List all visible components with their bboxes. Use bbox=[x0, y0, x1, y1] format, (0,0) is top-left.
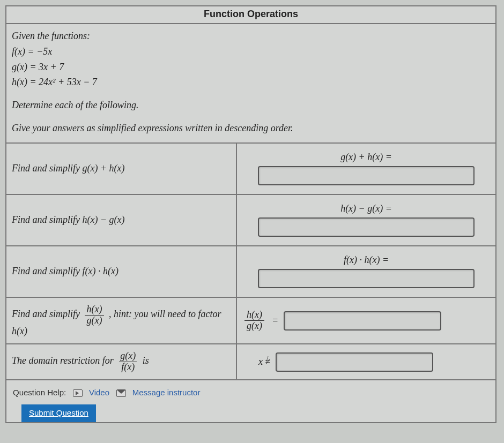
fraction-numerator: h(x) bbox=[244, 310, 264, 320]
prompt-text: Find and simplify bbox=[12, 309, 83, 319]
prompt-expr: f(x) · h(x) bbox=[83, 266, 118, 276]
answer-row-3: f(x) · h(x) = bbox=[237, 246, 495, 298]
prompt-expr: g(x) + h(x) bbox=[83, 163, 125, 174]
fraction-denominator: g(x) bbox=[85, 315, 105, 326]
answer-input-3[interactable] bbox=[258, 269, 475, 288]
answer-grid: Find and simplify g(x) + h(x) g(x) + h(x… bbox=[6, 144, 495, 380]
prompt-row-2: Find and simplify h(x) − g(x) bbox=[6, 195, 237, 246]
answer-input-1[interactable] bbox=[258, 166, 475, 185]
fraction-denominator: f(x) bbox=[119, 362, 137, 373]
answer-input-2[interactable] bbox=[258, 217, 475, 237]
fraction-numerator: h(x) bbox=[85, 304, 105, 315]
prompt-text: Find and simplify bbox=[12, 163, 83, 174]
answer-row-1: g(x) + h(x) = bbox=[237, 144, 495, 195]
instruction-1: Determine each of the following. bbox=[12, 97, 490, 113]
answer-prefix: x ≠ bbox=[258, 356, 270, 367]
prompt-row-5: The domain restriction for g(x) f(x) is bbox=[6, 344, 237, 380]
answer-label-1: g(x) + h(x) = bbox=[340, 152, 392, 163]
answer-row-5: x ≠ bbox=[237, 344, 495, 380]
prompt-row-3: Find and simplify f(x) · h(x) bbox=[6, 246, 237, 298]
fraction-numerator: g(x) bbox=[118, 351, 138, 362]
function-f: f(x) = −5x bbox=[12, 44, 490, 59]
instruction-2: Give your answers as simplified expressi… bbox=[12, 121, 490, 136]
prompt-fraction: g(x) f(x) bbox=[118, 351, 138, 373]
answer-row-2: h(x) − g(x) = bbox=[237, 195, 495, 246]
answer-label-2: h(x) − g(x) = bbox=[340, 203, 392, 214]
submit-wrap: Submit Question bbox=[6, 401, 495, 422]
prompt-text: Find and simplify bbox=[12, 214, 83, 225]
prompt-row-4: Find and simplify h(x) g(x) , hint: you … bbox=[6, 298, 237, 345]
prompt-post: is bbox=[143, 356, 149, 366]
mail-icon bbox=[116, 389, 126, 397]
prompt-text: The domain restriction for bbox=[12, 356, 116, 366]
given-label: Given the functions: bbox=[12, 28, 490, 44]
intro-block: Given the functions: f(x) = −5x g(x) = 3… bbox=[6, 24, 495, 144]
submit-button[interactable]: Submit Question bbox=[21, 404, 96, 422]
answer-input-5[interactable] bbox=[276, 352, 433, 372]
equals-sign: = bbox=[272, 315, 278, 326]
question-panel: Function Operations Given the functions:… bbox=[5, 5, 496, 423]
video-icon bbox=[73, 389, 83, 397]
prompt-fraction: h(x) g(x) bbox=[85, 304, 105, 326]
prompt-expr: h(x) − g(x) bbox=[83, 214, 125, 225]
function-h: h(x) = 24x² + 53x − 7 bbox=[12, 74, 490, 90]
help-label: Question Help: bbox=[13, 388, 66, 397]
question-help: Question Help: Video Message instructor bbox=[6, 380, 495, 401]
panel-title: Function Operations bbox=[6, 6, 495, 24]
message-instructor-link[interactable]: Message instructor bbox=[132, 388, 201, 397]
answer-fraction: h(x) g(x) bbox=[244, 310, 264, 332]
prompt-text: Find and simplify bbox=[12, 266, 83, 276]
fraction-denominator: g(x) bbox=[244, 320, 264, 332]
video-link[interactable]: Video bbox=[89, 388, 109, 397]
answer-row-4: h(x) g(x) = bbox=[237, 298, 495, 345]
prompt-row-1: Find and simplify g(x) + h(x) bbox=[6, 144, 237, 195]
answer-label-3: f(x) · h(x) = bbox=[344, 254, 389, 266]
function-g: g(x) = 3x + 7 bbox=[12, 59, 490, 75]
answer-input-4[interactable] bbox=[284, 311, 441, 331]
